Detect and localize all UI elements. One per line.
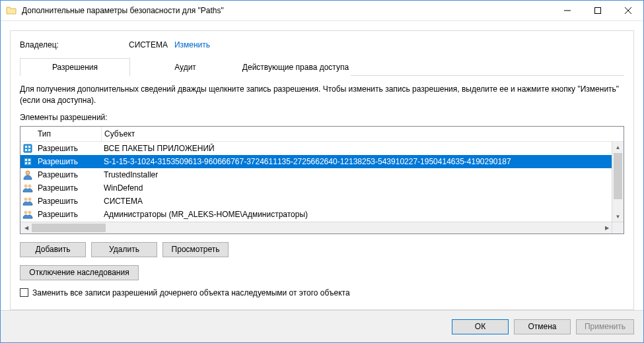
minimize-button[interactable] <box>552 1 583 20</box>
svg-point-17 <box>28 210 32 214</box>
svg-rect-8 <box>28 159 30 161</box>
svg-rect-5 <box>28 149 30 151</box>
cell-subject: СИСТЕМА <box>101 197 612 206</box>
col-subject[interactable]: Субъект <box>102 127 624 141</box>
cell-subject: ВСЕ ПАКЕТЫ ПРИЛОЖЕНИЙ <box>101 144 612 153</box>
add-button[interactable]: Добавить <box>20 242 86 257</box>
list-body: РазрешитьВСЕ ПАКЕТЫ ПРИЛОЖЕНИЙРазрешитьS… <box>20 142 624 234</box>
scroll-right-icon[interactable]: ▶ <box>601 222 612 234</box>
table-row[interactable]: РазрешитьS-1-15-3-1024-3153509613-960666… <box>20 155 612 168</box>
vscroll-thumb[interactable] <box>614 153 622 199</box>
svg-point-12 <box>24 184 28 187</box>
svg-point-13 <box>28 184 32 187</box>
content-area: Владелец: СИСТЕМА Изменить Разрешения Ау… <box>1 21 643 310</box>
scroll-up-icon[interactable]: ▲ <box>612 142 624 153</box>
svg-rect-7 <box>25 159 27 161</box>
table-row[interactable]: РазрешитьWinDefend <box>20 181 612 195</box>
close-button[interactable] <box>613 1 643 20</box>
replace-children-row: Заменить все записи разрешений дочернего… <box>20 288 624 297</box>
hscroll-thumb[interactable] <box>32 224 106 232</box>
table-row[interactable]: РазрешитьTrustedInstaller <box>20 168 612 181</box>
titlebar[interactable]: Дополнительные параметры безопасности дл… <box>1 1 643 21</box>
scroll-left-icon[interactable]: ◀ <box>20 222 32 234</box>
vertical-scrollbar[interactable]: ▲ ▼ <box>612 142 624 222</box>
svg-rect-3 <box>28 146 30 148</box>
cell-type: Разрешить <box>35 210 101 219</box>
view-button[interactable]: Просмотреть <box>162 242 229 257</box>
owner-row: Владелец: СИСТЕМА Изменить <box>20 40 624 49</box>
replace-children-checkbox[interactable] <box>20 288 28 297</box>
cell-subject: WinDefend <box>101 183 612 193</box>
remove-button[interactable]: Удалить <box>91 242 157 257</box>
cell-type: Разрешить <box>35 197 101 206</box>
change-owner-link[interactable]: Изменить <box>174 40 210 49</box>
apply-button: Применить <box>576 319 634 334</box>
scroll-down-icon[interactable]: ▼ <box>612 211 624 222</box>
inherit-row: Отключение наследования <box>20 265 624 280</box>
window-title: Дополнительные параметры безопасности дл… <box>22 6 552 15</box>
ok-button[interactable]: ОК <box>452 319 509 334</box>
owner-label: Владелец: <box>20 40 129 49</box>
svg-point-15 <box>28 197 32 201</box>
dialog-footer: ОК Отмена Применить <box>1 310 643 342</box>
svg-point-14 <box>24 197 28 201</box>
cancel-button[interactable]: Отмена <box>514 319 571 334</box>
owner-value: СИСТЕМА <box>129 40 168 49</box>
security-dialog: Дополнительные параметры безопасности дл… <box>0 0 644 343</box>
folder-icon <box>6 5 17 16</box>
col-type[interactable]: Тип <box>35 127 102 141</box>
svg-rect-10 <box>28 162 30 164</box>
tab-permissions[interactable]: Разрешения <box>20 58 130 76</box>
svg-rect-6 <box>24 158 32 166</box>
cell-type: Разрешить <box>35 183 101 193</box>
tab-strip: Разрешения Аудит Действующие права досту… <box>20 57 624 76</box>
maximize-button[interactable] <box>583 1 613 20</box>
disable-inherit-button[interactable]: Отключение наследования <box>20 265 139 280</box>
table-row[interactable]: РазрешитьСИСТЕМА <box>20 195 612 208</box>
table-row[interactable]: РазрешитьАдминистраторы (MR_ALEKS-HOME\А… <box>20 208 612 221</box>
cell-type: Разрешить <box>35 170 101 179</box>
elements-label: Элементы разрешений: <box>20 113 624 122</box>
horizontal-scrollbar[interactable]: ◀ ▶ <box>20 222 612 234</box>
svg-rect-0 <box>595 8 601 14</box>
action-buttons: Добавить Удалить Просмотреть <box>20 242 624 257</box>
principal-icon <box>20 170 35 180</box>
permission-list[interactable]: Тип Субъект РазрешитьВСЕ ПАКЕТЫ ПРИЛОЖЕН… <box>20 126 624 234</box>
svg-rect-4 <box>25 149 27 151</box>
principal-icon <box>20 209 35 220</box>
svg-point-11 <box>26 171 30 175</box>
scroll-corner <box>612 222 624 234</box>
cell-subject: Администраторы (MR_ALEKS-HOME\Администра… <box>101 210 612 219</box>
cell-type: Разрешить <box>35 144 101 153</box>
replace-children-label: Заменить все записи разрешений дочернего… <box>32 288 350 297</box>
svg-rect-1 <box>24 144 32 152</box>
main-panel: Владелец: СИСТЕМА Изменить Разрешения Ау… <box>10 30 634 310</box>
tab-audit[interactable]: Аудит <box>130 58 240 76</box>
principal-icon <box>20 143 35 154</box>
tab-effective[interactable]: Действующие права доступа <box>240 58 351 76</box>
cell-subject: S-1-15-3-1024-3153509613-960666767-37246… <box>101 157 612 166</box>
list-header: Тип Субъект <box>20 127 624 142</box>
svg-rect-9 <box>25 162 27 164</box>
hint-text: Для получения дополнительных сведений дв… <box>20 84 624 106</box>
principal-icon <box>20 196 35 206</box>
principal-icon <box>20 156 35 167</box>
table-row[interactable]: РазрешитьВСЕ ПАКЕТЫ ПРИЛОЖЕНИЙ <box>20 142 612 155</box>
svg-point-16 <box>24 210 28 214</box>
cell-type: Разрешить <box>35 157 101 166</box>
svg-rect-2 <box>25 146 27 148</box>
cell-subject: TrustedInstaller <box>101 170 612 179</box>
principal-icon <box>20 183 35 193</box>
